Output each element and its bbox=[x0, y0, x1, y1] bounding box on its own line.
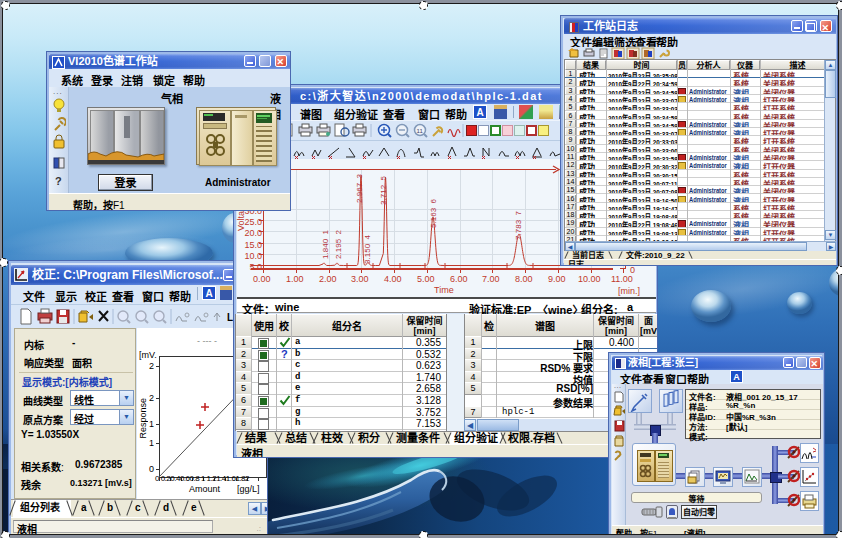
svg-text:?: ? bbox=[55, 175, 62, 187]
